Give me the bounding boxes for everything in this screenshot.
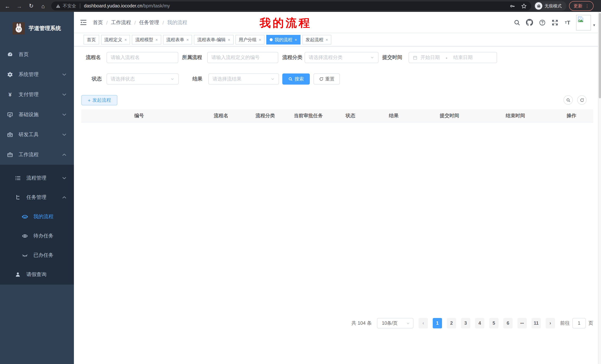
dashboard-icon: [7, 52, 13, 57]
filter-time-end: 结束日期: [453, 54, 473, 61]
filter-time-range[interactable]: 开始日期 - 结束日期: [409, 52, 497, 63]
page-button-3[interactable]: 3: [461, 318, 470, 328]
sidebar-item-任务管理[interactable]: 任务管理: [0, 188, 74, 207]
breadcrumb-home[interactable]: 首页: [93, 19, 103, 26]
chevron-down-icon: [61, 92, 67, 98]
gear-icon: [7, 72, 13, 77]
fullscreen-icon[interactable]: [549, 12, 561, 33]
sidebar-item-系统管理[interactable]: 系统管理: [0, 65, 74, 85]
reset-button[interactable]: 重置: [313, 74, 340, 85]
browser-forward-icon[interactable]: →: [15, 1, 24, 10]
close-icon[interactable]: ×: [228, 38, 230, 42]
breadcrumb-separator: /: [134, 20, 136, 25]
page-button-5[interactable]: 5: [489, 318, 499, 328]
chevron-down-icon: [61, 175, 67, 181]
search-button[interactable]: 搜索: [282, 74, 310, 85]
tab-我的流程[interactable]: 我的流程×: [266, 35, 300, 45]
sidebar-item-首页[interactable]: 首页: [0, 45, 74, 65]
search-icon[interactable]: [511, 12, 523, 33]
sidebar-item-待办任务[interactable]: 待办任务: [0, 226, 74, 246]
incognito-badge[interactable]: 无痕模式: [534, 1, 566, 11]
tab-发起流程[interactable]: 发起流程×: [302, 35, 331, 45]
close-icon[interactable]: ×: [124, 38, 127, 42]
page-button-6[interactable]: 6: [503, 318, 513, 328]
yen-icon: ¥: [7, 92, 13, 98]
browser-scrollbar[interactable]: [598, 12, 601, 364]
github-icon[interactable]: [523, 12, 536, 33]
prev-page-button[interactable]: ‹: [419, 318, 428, 328]
chevron-down-icon: [170, 77, 175, 81]
browser-reload-icon[interactable]: ↻: [27, 1, 36, 10]
tab-label: 首页: [87, 37, 96, 43]
sidebar-item-label: 任务管理: [26, 194, 46, 201]
browser-home-icon[interactable]: ⌂: [39, 1, 48, 10]
create-process-label: 发起流程: [92, 97, 111, 103]
sidebar-item-label: 流程管理: [26, 175, 46, 182]
sidebar-item-label: 基础设施: [19, 111, 39, 118]
filter-name-placeholder: 请输入流程名: [111, 54, 140, 61]
chevron-down-icon: [370, 55, 374, 60]
tab-流程表单-编辑[interactable]: 流程表单-编辑×: [194, 35, 234, 45]
plus-icon: +: [88, 97, 90, 103]
more-pages-button[interactable]: •••: [517, 318, 527, 328]
security-status[interactable]: 不安全: [56, 3, 76, 9]
bookmark-star-icon[interactable]: [521, 3, 527, 9]
page-button-2[interactable]: 2: [447, 318, 456, 328]
create-process-button[interactable]: + 发起流程: [81, 95, 117, 105]
tab-首页[interactable]: 首页: [84, 35, 99, 45]
sidebar-item-研发工具[interactable]: 研发工具: [0, 125, 74, 145]
close-icon[interactable]: ×: [295, 38, 297, 42]
tab-用户分组[interactable]: 用户分组×: [235, 35, 265, 45]
tab-流程定义[interactable]: 流程定义×: [101, 35, 130, 45]
sidebar-item-基础设施[interactable]: 基础设施: [0, 105, 74, 125]
sidebar-item-流程管理[interactable]: 流程管理: [0, 168, 74, 188]
tab-流程模型[interactable]: 流程模型×: [132, 35, 161, 45]
filter-name-input[interactable]: 请输入流程名: [107, 52, 178, 63]
page-button-11[interactable]: 11: [531, 318, 541, 328]
tab-label: 发起流程: [306, 37, 323, 43]
browser-back-icon[interactable]: ←: [3, 1, 12, 10]
sidebar-item-支付管理[interactable]: ¥支付管理: [0, 85, 74, 105]
page-button-4[interactable]: 4: [475, 318, 484, 328]
calendar-icon: [413, 55, 418, 60]
page-size-select[interactable]: 10条/页: [377, 318, 413, 328]
header-actions: TT ▾: [511, 12, 598, 33]
font-size-icon[interactable]: TT: [561, 12, 574, 33]
toolbox-icon: [7, 132, 13, 138]
breadcrumb-task-mgmt[interactable]: 任务管理: [139, 19, 159, 26]
close-icon[interactable]: ×: [155, 38, 158, 42]
scrollbar-thumb[interactable]: [599, 13, 601, 98]
sidebar-item-已办任务[interactable]: 已办任务: [0, 246, 74, 265]
filter-process-input[interactable]: 请输入流程定义的编号: [207, 52, 278, 63]
close-icon[interactable]: ×: [259, 38, 261, 42]
sidebar-collapse-icon[interactable]: [80, 19, 87, 26]
refresh-table-button[interactable]: [577, 95, 587, 105]
avatar-caret-icon[interactable]: ▾: [593, 23, 595, 27]
incognito-icon: [535, 2, 542, 10]
sidebar-item-我的流程[interactable]: 我的流程: [0, 207, 74, 226]
sidebar-item-请假查询[interactable]: 请假查询: [0, 265, 74, 284]
breadcrumb-workflow[interactable]: 工作流程: [111, 19, 131, 26]
help-icon[interactable]: [536, 12, 549, 33]
app-logo-row[interactable]: 芋道管理系统: [0, 12, 74, 45]
address-bar[interactable]: 不安全 dashboard.yudao.iocoder.cn/bpm/task/…: [51, 1, 531, 10]
filter-status-select[interactable]: 请选择状态: [107, 74, 179, 85]
browser-update-button[interactable]: 更新⋮: [569, 1, 594, 11]
close-icon[interactable]: ×: [186, 38, 189, 42]
goto-page-input[interactable]: [572, 318, 586, 328]
browser-menu-icon[interactable]: ⋮: [585, 3, 589, 8]
tab-流程表单[interactable]: 流程表单×: [163, 35, 192, 45]
filter-category-select[interactable]: 请选择流程分类: [305, 52, 379, 63]
toggle-search-button[interactable]: [563, 95, 573, 105]
next-page-button[interactable]: ›: [546, 318, 555, 328]
column-header-结果: 结果: [370, 109, 418, 122]
filter-result-select[interactable]: 请选择流结果: [208, 74, 279, 85]
breadcrumb: 首页 / 工作流程 / 任务管理 / 我的流程: [93, 19, 187, 26]
tab-label: 流程表单: [166, 37, 184, 43]
close-icon[interactable]: ×: [326, 38, 328, 42]
sidebar-item-工作流程[interactable]: 工作流程: [0, 145, 74, 165]
key-icon[interactable]: [510, 3, 515, 9]
avatar[interactable]: [576, 15, 591, 30]
filter-category-label: 流程分类: [282, 52, 302, 63]
page-button-1[interactable]: 1: [433, 318, 442, 328]
